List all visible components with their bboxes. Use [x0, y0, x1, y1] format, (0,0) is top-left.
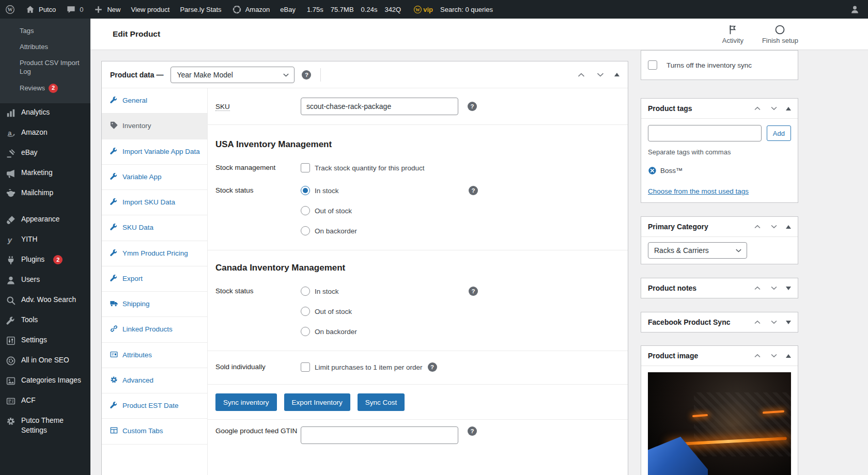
remove-tag-icon[interactable] — [648, 166, 657, 175]
tab-product-est-date[interactable]: Product EST Date — [102, 393, 207, 419]
move-down-icon[interactable] — [769, 283, 779, 293]
sku-input[interactable] — [301, 98, 458, 115]
finish-setup-button[interactable]: Finish setup — [762, 24, 798, 44]
view-product-link[interactable]: View product — [126, 0, 175, 19]
sidebar-item-attributes[interactable]: Attributes — [0, 39, 90, 55]
usa-on-backorder-radio[interactable]: On backorder — [301, 226, 469, 235]
sidebar-item-all-in-one-seo[interactable]: All in One SEO — [0, 351, 90, 371]
move-up-icon[interactable] — [753, 318, 762, 327]
new-tag-input[interactable] — [648, 125, 762, 141]
sidebar-item-categories-images[interactable]: Categories Images — [0, 371, 90, 391]
collapse-toggle-icon[interactable] — [786, 107, 791, 110]
sidebar-item-settings[interactable]: Settings — [0, 331, 90, 351]
sidebar-item-mailchimp[interactable]: Mailchimp — [0, 184, 90, 204]
tab-inventory[interactable]: Inventory — [102, 114, 207, 139]
expand-toggle-icon[interactable] — [786, 321, 791, 324]
ebay-menu[interactable]: eBay — [275, 0, 301, 19]
tab-shipping[interactable]: Shipping — [102, 292, 207, 317]
sidebar-item-plugins[interactable]: Plugins 2 — [0, 250, 90, 271]
activity-button[interactable]: Activity — [722, 24, 743, 44]
sidebar-item-tools[interactable]: Tools — [0, 311, 90, 331]
usa-out-of-stock-radio[interactable]: Out of stock — [301, 206, 469, 215]
view-product-label: View product — [131, 6, 170, 13]
tab-attributes[interactable]: Attributes — [102, 343, 207, 368]
canada-out-of-stock-radio[interactable]: Out of stock — [301, 307, 469, 316]
inventory-sync-checkbox[interactable]: Turns off the inventory sync — [648, 60, 752, 70]
add-tag-button[interactable]: Add — [767, 125, 791, 141]
sidebar-item-appearance[interactable]: Appearance — [0, 210, 90, 230]
new-content-menu[interactable]: New — [88, 0, 126, 19]
collapse-toggle-icon[interactable] — [614, 73, 619, 76]
sidebar-item-ebay[interactable]: eBay — [0, 144, 90, 164]
move-down-icon[interactable] — [769, 351, 779, 360]
site-name-menu[interactable]: Putco — [20, 0, 61, 19]
settings-sliders-icon — [6, 336, 16, 346]
sidebar-item-amazon[interactable]: a Amazon — [0, 123, 90, 144]
export-inventory-button[interactable]: Export Inventory — [284, 393, 350, 411]
gtin-input[interactable] — [301, 426, 458, 444]
move-up-icon[interactable] — [753, 104, 762, 113]
sync-cost-button[interactable]: Sync Cost — [358, 393, 405, 411]
sidebar-item-reviews[interactable]: Reviews2 — [0, 80, 90, 97]
sidebar-item-yith[interactable]: y YITH — [0, 230, 90, 250]
collapse-toggle-icon[interactable] — [786, 225, 791, 229]
tab-import-sku-data[interactable]: Import SKU Data — [102, 190, 207, 215]
move-up-icon[interactable] — [576, 70, 586, 80]
limit-purchases-checkbox[interactable]: Limit purchases to 1 item per order — [301, 362, 423, 372]
help-icon[interactable] — [468, 102, 477, 111]
collapse-toggle-icon[interactable] — [786, 354, 791, 358]
amazon-sync-menu[interactable]: Amazon — [227, 0, 275, 19]
move-down-icon[interactable] — [769, 104, 779, 113]
track-stock-checkbox[interactable]: Track stock quantity for this product — [301, 163, 469, 172]
sidebar-item-marketing[interactable]: Marketing — [0, 164, 90, 184]
sidebar-item-tags[interactable]: Tags — [0, 23, 90, 39]
move-down-icon[interactable] — [595, 70, 606, 80]
comments-menu[interactable]: 0 — [61, 0, 88, 19]
primary-category-select[interactable]: Racks & Carriers — [648, 242, 747, 259]
search-queries-status[interactable]: Search: 0 queries — [435, 0, 498, 19]
tab-sku-data[interactable]: SKU Data — [102, 215, 207, 241]
parsely-stats-link[interactable]: Parse.ly Stats — [175, 0, 226, 19]
chevron-down-icon — [282, 71, 290, 80]
sidebar-item-analytics[interactable]: Analytics — [0, 103, 90, 123]
expand-toggle-icon[interactable] — [786, 287, 791, 290]
tab-advanced[interactable]: Advanced — [102, 368, 207, 393]
help-icon[interactable] — [468, 426, 477, 436]
usa-in-stock-radio[interactable]: In stock — [301, 186, 469, 195]
help-icon[interactable] — [469, 287, 478, 296]
tab-variable-app[interactable]: Variable App — [102, 165, 207, 190]
tab-general[interactable]: General — [102, 88, 207, 114]
sync-inventory-button[interactable]: Sync inventory — [215, 393, 277, 411]
tab-export[interactable]: Export — [102, 266, 207, 292]
help-icon[interactable] — [469, 186, 478, 195]
sidebar-item-acf[interactable]: ACF — [0, 391, 90, 411]
sidebar-item-users[interactable]: Users — [0, 271, 90, 291]
move-down-icon[interactable] — [769, 222, 779, 231]
help-icon[interactable] — [428, 362, 437, 372]
tab-import-variable-app-data[interactable]: Import Variable App Data — [102, 139, 207, 165]
sidebar-item-product-csv-import-log[interactable]: Product CSV Import Log — [0, 55, 90, 80]
tab-label: General — [122, 97, 147, 104]
move-down-icon[interactable] — [769, 318, 779, 327]
tab-ymm-product-pricing[interactable]: Ymm Product Pricing — [102, 241, 207, 266]
menu-label: Adv. Woo Search — [21, 295, 76, 305]
canada-in-stock-radio[interactable]: In stock — [301, 287, 469, 296]
move-up-icon[interactable] — [753, 351, 762, 360]
product-image[interactable] — [648, 372, 791, 475]
tab-custom-tabs[interactable]: Custom Tabs — [102, 419, 207, 444]
my-account-menu[interactable] — [842, 0, 868, 19]
ebay-label: eBay — [280, 6, 296, 13]
product-data-panel: Product data — Year Make Model — [101, 61, 628, 475]
wp-logo-menu[interactable]: W — [0, 0, 20, 19]
amazon-label: Amazon — [245, 6, 270, 13]
sidebar-item-putco-theme-settings[interactable]: Putco Theme Settings — [0, 411, 90, 440]
move-up-icon[interactable] — [753, 283, 762, 293]
wpvip-menu[interactable]: W vip — [407, 5, 435, 14]
product-type-select[interactable]: Year Make Model — [171, 67, 295, 83]
tab-linked-products[interactable]: Linked Products — [102, 317, 207, 342]
help-icon[interactable] — [302, 70, 311, 80]
sidebar-item-adv-woo-search[interactable]: Adv. Woo Search — [0, 291, 90, 311]
move-up-icon[interactable] — [753, 222, 762, 231]
most-used-tags-link[interactable]: Choose from the most used tags — [648, 187, 749, 195]
canada-on-backorder-radio[interactable]: On backorder — [301, 327, 469, 336]
